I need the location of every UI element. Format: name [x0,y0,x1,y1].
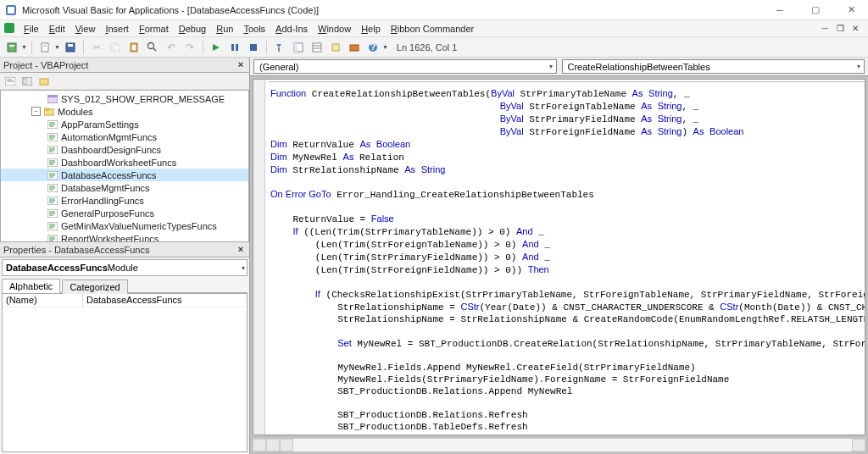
toggle-folders-button[interactable] [37,75,51,88]
tree-item-automationmgmtfuncs[interactable]: AutomationMgmtFuncs [1,130,248,143]
code-text[interactable]: Function CreateRelationshipBetweenTables… [253,84,865,435]
code-editor[interactable]: Function CreateRelationshipBetweenTables… [253,79,865,435]
paste-button[interactable] [125,39,142,56]
redo-button[interactable]: ↷ [181,39,198,56]
reset-button[interactable] [245,39,262,56]
undo-button[interactable]: ↶ [163,39,180,56]
procedure-combo[interactable]: CreateRelationshipBetweenTables ▾ [562,59,865,74]
svg-rect-37 [47,95,58,97]
mod-icon [47,183,58,193]
procedure-view-button[interactable] [266,439,280,451]
menu-tools[interactable]: Tools [238,22,270,36]
tab-alphabetic[interactable]: Alphabetic [2,279,60,293]
tree-item-dashboardworksheetfuncs[interactable]: DashboardWorksheetFuncs [1,156,248,169]
run-button[interactable] [208,39,225,56]
toolbox-button[interactable] [346,39,363,56]
scroll-left-button[interactable] [280,439,293,451]
svg-rect-12 [132,45,136,50]
tree-item-label: DatabaseMgmtFuncs [61,183,150,193]
properties-panel-title: Properties - DatabaseAccessFuncs [3,245,149,255]
tree-item-generalpurposefuncs[interactable]: GeneralPurposeFuncs [1,207,248,219]
tree-item-databasemgmtfuncs[interactable]: DatabaseMgmtFuncs [1,181,248,194]
properties-object-combo[interactable]: DatabaseAccessFuncs Module ▾ [2,259,248,276]
property-value[interactable]: DatabaseAccessFuncs [83,294,247,307]
mod-icon [47,145,58,155]
minimize-button[interactable]: ─ [768,3,792,18]
tree-item-label: SYS_012_SHOW_ERROR_MESSAGE [61,94,225,104]
tree-item-getminmaxvaluenumerictypesfuncs[interactable]: GetMinMaxValueNumericTypesFuncs [1,219,248,232]
tree-toggle-icon[interactable]: − [31,107,41,116]
menu-help[interactable]: Help [356,22,386,36]
procedure-combo-value: CreateRelationshipBetweenTables [568,62,710,72]
tree-item-errorhandlingfuncs[interactable]: ErrorHandlingFuncs [1,194,248,207]
title-bar: Microsoft Visual Basic for Applications … [0,0,868,20]
help-toolbar-button[interactable]: ?▼ [364,39,388,56]
menu-ribbon-commander[interactable]: Ribbon Commander [386,22,479,36]
tree-item-appparamsettings[interactable]: AppParamSettings [1,118,248,130]
properties-grid[interactable]: (Name)DatabaseAccessFuncs [2,293,248,452]
view-code-button[interactable] [3,75,17,88]
tree-item-dashboarddesignfuncs[interactable]: DashboardDesignFuncs [1,143,248,156]
scroll-track[interactable] [293,439,852,451]
object-browser-button[interactable] [327,39,344,56]
maximize-button[interactable]: ▢ [804,3,827,18]
properties-object-name: DatabaseAccessFuncs [6,263,108,273]
form-icon [47,94,58,104]
menu-view[interactable]: View [70,22,101,36]
project-tree[interactable]: SYS_012_SHOW_ERROR_MESSAGE−ModulesAppPar… [0,90,249,242]
properties-panel-header: Properties - DatabaseAccessFuncs × [0,242,249,257]
menu-run[interactable]: Run [211,22,238,36]
mod-icon [47,208,58,219]
menu-format[interactable]: Format [134,22,174,36]
menu-bar: FileEditViewInsertFormatDebugRunToolsAdd… [0,20,868,37]
menu-add-ins[interactable]: Add-Ins [270,22,313,36]
project-explorer-button[interactable] [290,39,307,56]
tree-item-label: GetMinMaxValueNumericTypesFuncs [61,221,217,231]
break-button[interactable] [226,39,243,56]
save-button[interactable] [62,39,79,56]
svg-rect-18 [250,44,257,51]
cut-button[interactable]: ✂ [88,39,105,56]
horizontal-scrollbar[interactable] [253,438,865,451]
tree-item-databaseaccessfuncs[interactable]: DatabaseAccessFuncs [1,169,248,181]
mod-icon [47,158,58,168]
scroll-right-button[interactable] [852,439,865,451]
mod-icon [47,234,58,243]
svg-rect-26 [332,44,339,51]
full-module-view-button[interactable] [253,439,266,451]
tree-item-modules[interactable]: −Modules [1,105,248,118]
properties-window-button[interactable] [309,39,326,56]
mdi-close-button[interactable]: ✕ [849,23,861,35]
svg-rect-1 [8,7,14,14]
tab-categorized[interactable]: Categorized [62,280,127,294]
copy-button[interactable] [107,39,124,56]
menu-insert[interactable]: Insert [100,22,134,36]
svg-rect-23 [313,43,321,52]
find-button[interactable] [144,39,161,56]
project-toolbar [0,73,249,90]
menu-edit[interactable]: Edit [44,22,70,36]
mdi-restore-button[interactable]: ❐ [834,23,846,35]
mod-icon [47,221,58,231]
view-object-button[interactable] [20,75,34,88]
object-combo[interactable]: (General) ▾ [253,59,557,74]
view-toolbar-button[interactable]: ▼ [3,39,27,56]
mdi-minimize-button[interactable]: ─ [819,23,831,35]
svg-line-14 [153,48,156,51]
svg-rect-22 [294,43,298,52]
menu-window[interactable]: Window [313,22,356,36]
menu-debug[interactable]: Debug [174,22,211,36]
design-mode-button[interactable] [271,39,288,56]
close-button[interactable]: ✕ [839,3,863,18]
tree-item-sys-012-show-error-message[interactable]: SYS_012_SHOW_ERROR_MESSAGE [1,92,248,105]
window-title: Microsoft Visual Basic for Applications … [22,5,768,15]
project-panel-close-button[interactable]: × [234,58,248,71]
tree-item-reportworksheetfuncs[interactable]: ReportWorksheetFuncs [1,232,248,242]
tree-item-label: ReportWorksheetFuncs [61,234,159,243]
menu-file[interactable]: File [19,22,44,36]
properties-panel-close-button[interactable]: × [234,242,248,256]
svg-text:?: ? [370,42,376,52]
svg-rect-4 [9,45,14,47]
property-row[interactable]: (Name)DatabaseAccessFuncs [3,294,247,307]
insert-toolbar-button[interactable]: ▼ [36,39,60,56]
